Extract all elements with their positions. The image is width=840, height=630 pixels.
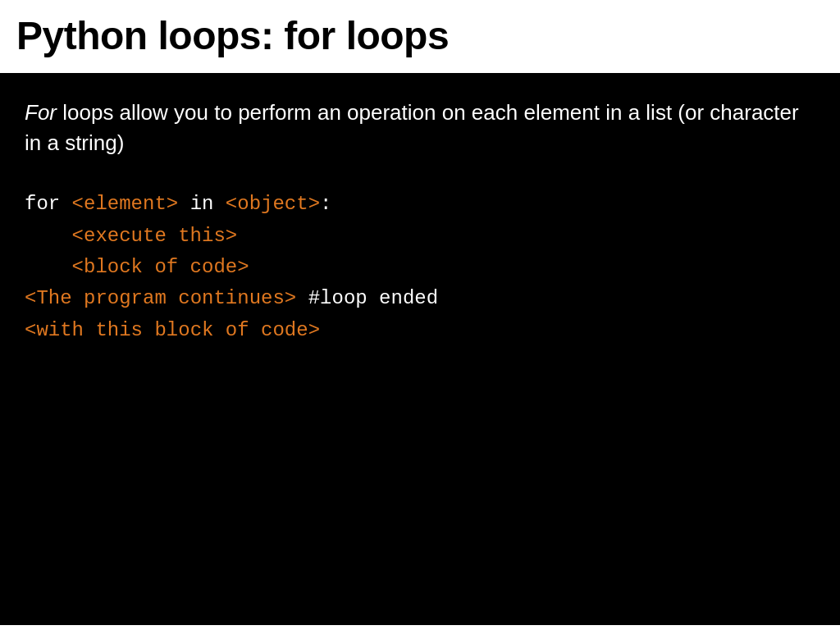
page-title: Python loops: for loops — [16, 15, 824, 58]
code-line-2: <execute this> — [25, 221, 815, 252]
keyword-in: in — [178, 193, 226, 215]
code-block: for <element> in <object>: <execute this… — [25, 189, 815, 346]
description-italic: For — [25, 100, 57, 125]
placeholder-element: <element> — [72, 193, 179, 215]
placeholder-with-block: <with this block of code> — [25, 319, 320, 341]
code-line-5: <with this block of code> — [25, 315, 815, 346]
main-content: For loops allow you to perform an operat… — [0, 73, 840, 625]
placeholder-program-continues: <The program continues> — [25, 287, 296, 309]
placeholder-execute: <execute this> — [72, 225, 238, 247]
header: Python loops: for loops — [0, 0, 840, 73]
placeholder-object: <object> — [226, 193, 320, 215]
colon: : — [320, 193, 331, 215]
placeholder-block: <block of code> — [72, 256, 249, 278]
code-line-3: <block of code> — [25, 252, 815, 283]
description-rest: loops allow you to perform an operation … — [25, 100, 799, 156]
description-text: For loops allow you to perform an operat… — [25, 98, 815, 159]
code-line-4: <The program continues> #loop ended — [25, 283, 815, 314]
code-line-1: for <element> in <object>: — [25, 189, 815, 220]
keyword-for: for — [25, 193, 72, 215]
comment-loop-ended: #loop ended — [296, 287, 438, 309]
